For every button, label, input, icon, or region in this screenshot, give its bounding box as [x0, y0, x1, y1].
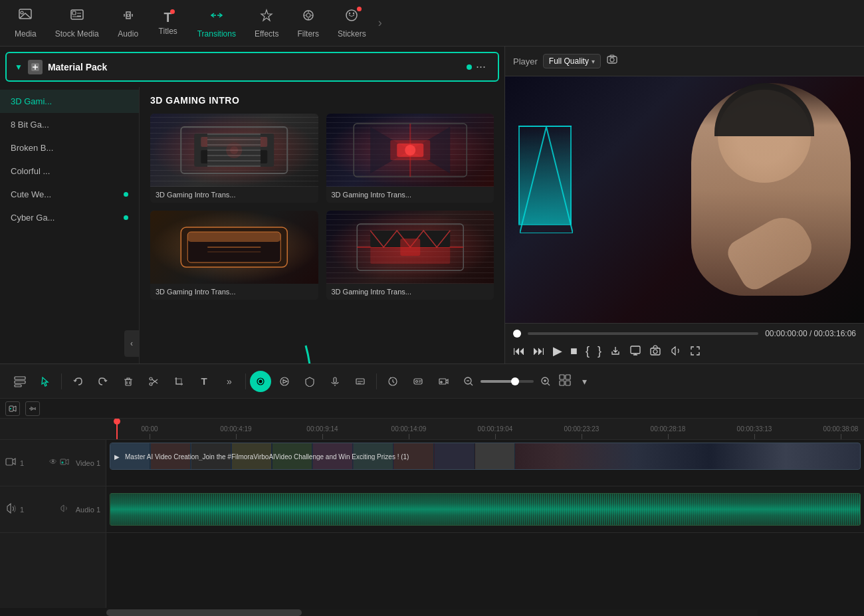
category-sidebar: 3D Gami... 8 Bit Ga... Broken B... Color…: [0, 87, 140, 363]
tool-text-button[interactable]: T: [192, 369, 216, 393]
category-item-cyber[interactable]: Cyber Ga...: [0, 206, 139, 229]
track-labels: 1 👁 Video 1: [0, 440, 106, 608]
material-pack-header[interactable]: ▼ Material Pack ···: [5, 52, 499, 82]
video-track-icon: [5, 457, 16, 469]
svg-rect-60: [60, 459, 66, 464]
timeline-horizontal-scrollbar[interactable]: [106, 609, 758, 616]
camera-button[interactable]: [649, 345, 661, 357]
ruler-label-1: 00:00:4:19: [220, 425, 251, 433]
filters-icon: [301, 8, 316, 27]
category-item-3d-gaming[interactable]: 3D Gami...: [0, 90, 139, 113]
more-options-button[interactable]: ▾: [572, 369, 596, 393]
stock-media-icon: [70, 8, 84, 27]
add-video-track-button[interactable]: [5, 401, 20, 416]
svg-point-16: [226, 142, 242, 158]
svg-rect-15: [201, 150, 267, 163]
tool-delete-button[interactable]: [116, 369, 140, 393]
category-item-colorful[interactable]: Colorful ...: [0, 159, 139, 183]
toolbar-separator-3: [376, 373, 377, 389]
svg-rect-38: [15, 381, 25, 383]
card-3[interactable]: 3D Gaming Intro Trans...: [150, 211, 318, 300]
video-clip[interactable]: ▶ Master AI Video Creation_Join the #Fil…: [110, 443, 861, 470]
player-controls: 00:00:00:00 / 00:03:16:06 ⏮ ⏭ ▶ ■ { }: [505, 323, 864, 363]
tool-add-clip-button[interactable]: [431, 369, 455, 393]
nav-item-media[interactable]: Media: [5, 4, 46, 43]
nav-item-effects[interactable]: Effects: [245, 4, 288, 43]
card-2[interactable]: 3D Gaming Intro Trans...: [326, 114, 494, 203]
zoom-out-button[interactable]: [459, 372, 478, 391]
ruler-label-2: 00:00:9:14: [306, 425, 338, 433]
video-track-eye-button[interactable]: 👁: [49, 457, 57, 468]
tool-select-button[interactable]: [33, 369, 57, 393]
tool-cut-button[interactable]: [142, 369, 165, 393]
tool-ai-button[interactable]: [406, 369, 430, 393]
left-panel: ▼ Material Pack ··· 3D Gami... 8 Bit Ga.…: [0, 47, 505, 363]
tool-subtitle-button[interactable]: [348, 369, 372, 393]
video-track-add-button[interactable]: [60, 457, 69, 468]
ruler-tick-6: [668, 434, 669, 439]
svg-point-6: [306, 13, 310, 17]
frame-back-button[interactable]: ⏭: [533, 344, 545, 358]
zoom-controls: [459, 372, 555, 391]
video-track-name: Video 1: [76, 459, 100, 467]
play-button[interactable]: ▶: [553, 344, 562, 358]
add-audio-track-button[interactable]: [25, 401, 40, 416]
mark-in-button[interactable]: {: [586, 344, 590, 358]
card-1[interactable]: 3D Gaming Intro Trans...: [150, 114, 318, 203]
tool-record-button[interactable]: [250, 371, 271, 392]
nav-more-chevron[interactable]: ›: [378, 16, 382, 30]
tool-shield-button[interactable]: [298, 369, 322, 393]
svg-rect-13: [201, 137, 267, 147]
tool-crop-button[interactable]: [167, 369, 191, 393]
fullscreen-button[interactable]: [689, 345, 701, 357]
step-back-button[interactable]: ⏮: [513, 344, 525, 358]
tool-voiceover-button[interactable]: [323, 369, 347, 393]
svg-rect-46: [334, 377, 336, 383]
nav-item-stock-media[interactable]: Stock Media: [46, 4, 108, 43]
audio-track-volume-button[interactable]: [60, 504, 69, 515]
tool-multitrack-button[interactable]: [8, 369, 32, 393]
card-4[interactable]: 3D Gaming Intro Trans...: [326, 211, 494, 300]
playhead-indicator: [114, 419, 120, 425]
player-screenshot-button[interactable]: [606, 54, 856, 68]
stop-button[interactable]: ■: [570, 344, 578, 358]
scrollbar-thumb[interactable]: [106, 609, 302, 616]
svg-point-8: [349, 12, 350, 13]
stock-media-label: Stock Media: [55, 29, 99, 39]
sidebar-collapse-button[interactable]: ‹: [124, 330, 139, 357]
category-item-cute[interactable]: Cute We...: [0, 183, 139, 206]
nav-item-transitions[interactable]: Transitions: [188, 4, 245, 43]
material-pack-more-button[interactable]: ···: [472, 58, 490, 75]
zoom-slider-container[interactable]: [481, 380, 534, 383]
playhead-dot[interactable]: [513, 330, 521, 338]
svg-rect-39: [15, 385, 21, 387]
nav-item-titles[interactable]: T Titles: [148, 7, 188, 40]
player-quality-select[interactable]: Full Quality ▾: [543, 54, 601, 68]
category-item-broken[interactable]: Broken B...: [0, 136, 139, 159]
ruler-mark-3: 00:00:14:09: [366, 425, 452, 439]
tool-more-button[interactable]: »: [217, 369, 241, 393]
nav-item-audio[interactable]: Audio: [108, 4, 148, 43]
tool-redo-button[interactable]: [91, 369, 115, 393]
nav-item-stickers[interactable]: Stickers: [328, 4, 376, 43]
tool-speed-button[interactable]: [381, 369, 405, 393]
grid-layout-toggle[interactable]: [559, 374, 571, 389]
audio-button[interactable]: [669, 345, 681, 357]
category-label-colorful: Colorful ...: [11, 166, 50, 176]
tool-render-button[interactable]: [272, 369, 296, 393]
timeline-ruler: 00:00 00:00:4:19 00:00:9:14 00:00:14:09 …: [0, 419, 864, 440]
progress-bar[interactable]: [528, 332, 758, 335]
tool-undo-button[interactable]: [66, 369, 90, 393]
export-button[interactable]: [609, 345, 621, 357]
monitor-button[interactable]: [629, 345, 641, 357]
category-dot-cute: [124, 192, 128, 197]
clip-thumb-9: [435, 443, 475, 469]
mark-out-button[interactable]: }: [597, 344, 601, 358]
nav-item-filters[interactable]: Filters: [288, 4, 328, 43]
svg-point-17: [230, 146, 238, 154]
playhead: [116, 419, 118, 439]
zoom-slider[interactable]: [481, 380, 534, 383]
audio-clip[interactable]: [110, 493, 861, 526]
zoom-in-button[interactable]: [536, 372, 555, 391]
category-item-8bit[interactable]: 8 Bit Ga...: [0, 113, 139, 136]
